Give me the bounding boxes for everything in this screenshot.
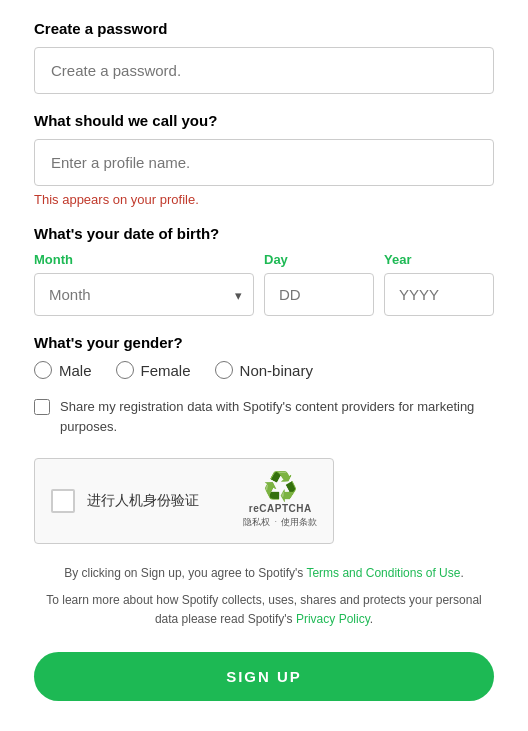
dob-day-col: Day bbox=[264, 252, 374, 316]
marketing-checkbox-label[interactable]: Share my registration data with Spotify'… bbox=[34, 397, 494, 436]
gender-radio-group: Male Female Non-binary bbox=[34, 361, 494, 379]
recaptcha-left: 进行人机身份验证 bbox=[51, 489, 199, 513]
day-input[interactable] bbox=[264, 273, 374, 316]
recaptcha-links: 隐私权 · 使用条款 bbox=[243, 516, 317, 529]
dob-year-col: Year bbox=[384, 252, 494, 316]
profile-helper-text: This appears on your profile. bbox=[34, 192, 494, 207]
month-label: Month bbox=[34, 252, 254, 267]
gender-section: What's your gender? Male Female Non-bina… bbox=[34, 334, 494, 379]
terms-link[interactable]: Terms and Conditions of Use bbox=[306, 566, 460, 580]
legal-line1-prefix: By clicking on Sign up, you agree to Spo… bbox=[64, 566, 306, 580]
password-section: Create a password bbox=[34, 20, 494, 94]
gender-male-radio[interactable] bbox=[34, 361, 52, 379]
recaptcha-sep: · bbox=[274, 516, 277, 529]
marketing-text: Share my registration data with Spotify'… bbox=[60, 397, 494, 436]
year-label: Year bbox=[384, 252, 494, 267]
year-input[interactable] bbox=[384, 273, 494, 316]
legal-text-1: By clicking on Sign up, you agree to Spo… bbox=[34, 564, 494, 583]
recaptcha-right: ♻️ reCAPTCHA 隐私权 · 使用条款 bbox=[243, 473, 317, 529]
recaptcha-label: 进行人机身份验证 bbox=[87, 492, 199, 510]
gender-nonbinary-label: Non-binary bbox=[240, 362, 313, 379]
profile-name-input[interactable] bbox=[34, 139, 494, 186]
gender-female-option[interactable]: Female bbox=[116, 361, 191, 379]
month-select[interactable]: Month January February March April May J… bbox=[34, 273, 254, 316]
privacy-link[interactable]: Privacy Policy bbox=[296, 612, 370, 626]
gender-male-label: Male bbox=[59, 362, 92, 379]
signup-button[interactable]: SIGN UP bbox=[34, 652, 494, 701]
month-select-wrapper: Month January February March April May J… bbox=[34, 273, 254, 316]
dob-month-col: Month Month January February March April… bbox=[34, 252, 254, 316]
gender-male-option[interactable]: Male bbox=[34, 361, 92, 379]
dob-label: What's your date of birth? bbox=[34, 225, 494, 242]
profile-section: What should we call you? This appears on… bbox=[34, 112, 494, 207]
marketing-checkbox[interactable] bbox=[34, 399, 50, 415]
dob-row: Month Month January February March April… bbox=[34, 252, 494, 316]
gender-female-label: Female bbox=[141, 362, 191, 379]
recaptcha-checkbox[interactable] bbox=[51, 489, 75, 513]
gender-female-radio[interactable] bbox=[116, 361, 134, 379]
profile-label: What should we call you? bbox=[34, 112, 494, 129]
recaptcha-privacy-link[interactable]: 隐私权 bbox=[243, 516, 270, 529]
day-label: Day bbox=[264, 252, 374, 267]
gender-nonbinary-option[interactable]: Non-binary bbox=[215, 361, 313, 379]
password-label: Create a password bbox=[34, 20, 494, 37]
gender-label: What's your gender? bbox=[34, 334, 494, 351]
recaptcha-brand: reCAPTCHA bbox=[249, 503, 312, 514]
legal-line2-suffix: . bbox=[370, 612, 373, 626]
password-input[interactable] bbox=[34, 47, 494, 94]
gender-nonbinary-radio[interactable] bbox=[215, 361, 233, 379]
recaptcha-terms-link[interactable]: 使用条款 bbox=[281, 516, 317, 529]
legal-line1-suffix: . bbox=[460, 566, 463, 580]
recaptcha-box[interactable]: 进行人机身份验证 ♻️ reCAPTCHA 隐私权 · 使用条款 bbox=[34, 458, 334, 544]
marketing-section: Share my registration data with Spotify'… bbox=[34, 397, 494, 436]
recaptcha-icon: ♻️ bbox=[263, 473, 298, 501]
dob-section: What's your date of birth? Month Month J… bbox=[34, 225, 494, 316]
legal-line2-prefix: To learn more about how Spotify collects… bbox=[46, 593, 482, 626]
legal-text-2: To learn more about how Spotify collects… bbox=[34, 591, 494, 629]
